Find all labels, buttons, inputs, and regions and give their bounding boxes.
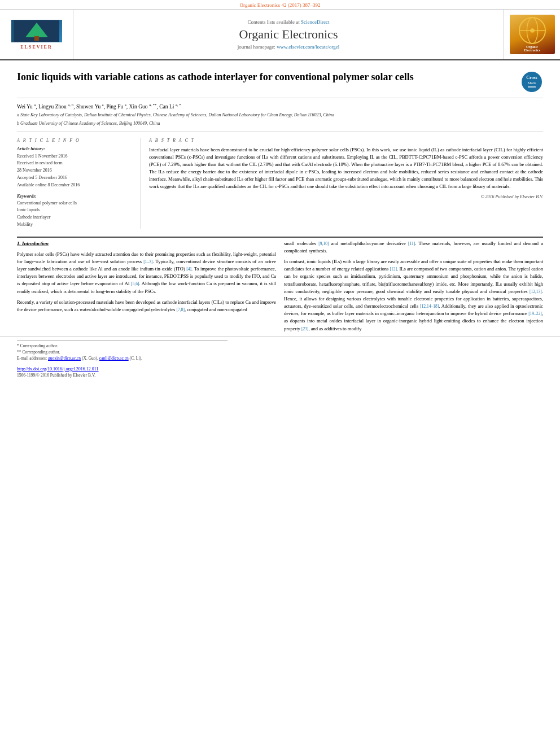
- abstract-text: Interfacial layer materials have been de…: [149, 146, 543, 191]
- article-info-col: A R T I C L E I N F O Article history: R…: [17, 138, 141, 229]
- ref-4[interactable]: [4]: [186, 267, 191, 272]
- journal-homepage: journal homepage: www.elsevier.com/locat…: [238, 44, 340, 50]
- ref-19-22[interactable]: [19–22]: [528, 311, 542, 316]
- elsevier-tree-image: [11, 20, 62, 42]
- article-history: Article history: Received 1 November 201…: [17, 146, 135, 189]
- keywords-label: Keywords:: [17, 194, 135, 199]
- svg-point-6: [530, 28, 535, 33]
- article-title-section: Ionic liquids with variable cations as c…: [17, 71, 543, 98]
- journal-logo: OrganicElectronics: [510, 15, 555, 54]
- article-title: Ionic liquids with variable cations as c…: [17, 71, 515, 84]
- corresponding-1: * Corresponding author.: [17, 343, 543, 349]
- ref-5-6[interactable]: [5,6]: [131, 281, 139, 286]
- ref-11[interactable]: [11]: [408, 241, 415, 246]
- elsevier-logo: ELSEVIER: [11, 20, 62, 50]
- body-two-col: 1. Introduction Polymer solar cells (PSC…: [0, 240, 560, 336]
- sciencedirect-link[interactable]: ScienceDirect: [301, 19, 329, 25]
- article-info-heading: A R T I C L E I N F O: [17, 138, 135, 143]
- ref-7-8[interactable]: [7,8]: [177, 307, 185, 312]
- right-para2: In contrast, ionic liquids (ILs) with a …: [284, 258, 543, 333]
- corresponding-2: ** Corresponding author.: [17, 349, 543, 355]
- intro-para1: Polymer solar cells (PSCs) have widely a…: [17, 251, 276, 295]
- copyright-line: © 2016 Published by Elsevier B.V.: [149, 194, 543, 199]
- history-label: Article history:: [17, 146, 135, 151]
- article-main: Ionic liquids with variable cations as c…: [0, 60, 560, 234]
- journal-logo-section: OrganicElectronics: [504, 10, 560, 59]
- svg-rect-2: [34, 36, 39, 41]
- contents-available: Contents lists available at ScienceDirec…: [248, 19, 330, 25]
- abstract-col: A B S T R A C T Interfacial layer materi…: [149, 138, 543, 229]
- keywords-list: Conventional polymer solar cells Ionic l…: [17, 200, 135, 229]
- email-line: E-mail addresses: guoxin@dicp.ac.cn (X. …: [17, 355, 543, 361]
- footnote-section: * Corresponding author. ** Corresponding…: [0, 336, 560, 364]
- issn-line: 1566-1199/© 2016 Published by Elsevier B…: [0, 373, 560, 381]
- ref-23[interactable]: [23]: [301, 326, 309, 331]
- affiliation-b: b Graduate University of Chinese Academy…: [17, 120, 543, 126]
- email-link-xin[interactable]: guoxin@dicp.ac.cn: [48, 356, 81, 361]
- journal-header: ELSEVIER Contents lists available at Sci…: [0, 10, 560, 60]
- abstract-heading: A B S T R A C T: [149, 138, 543, 143]
- journal-title: Organic Electronics: [239, 27, 338, 42]
- intro-heading: 1. Introduction: [17, 240, 276, 248]
- intro-para2: Recently, a variety of solution-processe…: [17, 299, 276, 313]
- ref-12[interactable]: [12]: [390, 267, 397, 272]
- journal-homepage-link[interactable]: www.elsevier.com/locate/orgel: [277, 44, 339, 50]
- doi-line: http://dx.doi.org/10.1016/j.orgel.2016.1…: [0, 364, 560, 373]
- elsevier-logo-section: ELSEVIER: [0, 10, 73, 59]
- ref-12-13[interactable]: [12,13]: [530, 289, 542, 294]
- crossmark-logo: Cross Mark: [520, 71, 543, 93]
- keywords-block: Keywords: Conventional polymer solar cel…: [17, 194, 135, 229]
- svg-text:Cross: Cross: [526, 75, 537, 80]
- received-date: Received 1 November 2016 Received in rev…: [17, 153, 135, 189]
- svg-text:Mark: Mark: [527, 81, 536, 85]
- article-info-abstract: A R T I C L E I N F O Article history: R…: [17, 138, 543, 229]
- journal-reference: Organic Electronics 42 (2017) 387–392: [0, 0, 560, 10]
- ref-1-3[interactable]: [1–3]: [143, 259, 152, 264]
- body-col-right: small molecules [9,10] and metallophthal…: [284, 240, 543, 336]
- email-link-can[interactable]: canli@dicp.ac.cn: [99, 356, 129, 361]
- doi-link[interactable]: http://dx.doi.org/10.1016/j.orgel.2016.1…: [17, 366, 99, 372]
- journal-title-section: Contents lists available at ScienceDirec…: [73, 10, 504, 59]
- affiliation-a: a State Key Laboratory of Catalysis, Dal…: [17, 112, 543, 118]
- authors-line: Wei Yu a, Lingyu Zhou a, b, Shuwen Yu a,…: [17, 103, 543, 110]
- right-para1: small molecules [9,10] and metallophthal…: [284, 240, 543, 255]
- elsevier-label: ELSEVIER: [20, 45, 52, 50]
- ref-9-10[interactable]: [9,10]: [318, 241, 329, 246]
- body-col-left: 1. Introduction Polymer solar cells (PSC…: [17, 240, 276, 336]
- ref-12-14-18[interactable]: [12,14–18]: [420, 304, 439, 309]
